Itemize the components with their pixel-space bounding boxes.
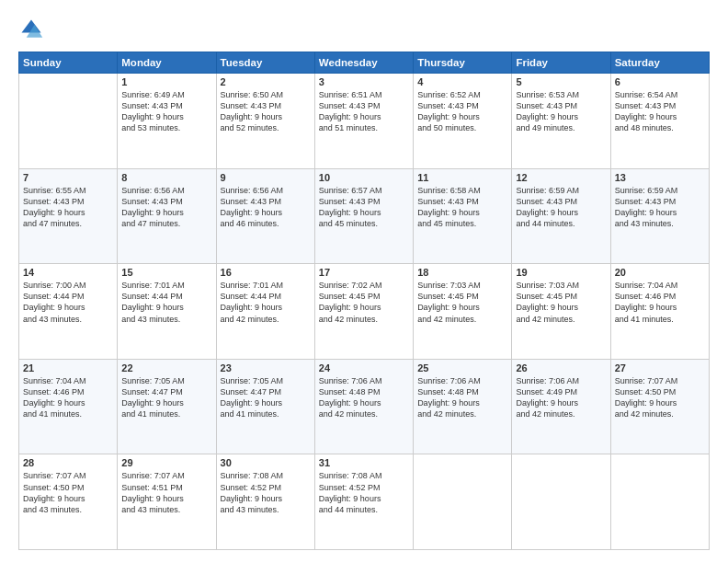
cell-info: Sunrise: 7:04 AM Sunset: 4:46 PM Dayligh… <box>23 375 113 420</box>
day-number: 5 <box>516 76 606 87</box>
calendar-cell: 12Sunrise: 6:59 AM Sunset: 4:43 PM Dayli… <box>512 168 610 264</box>
day-number: 19 <box>516 267 606 278</box>
cell-info: Sunrise: 7:03 AM Sunset: 4:45 PM Dayligh… <box>516 280 606 325</box>
cell-info: Sunrise: 6:58 AM Sunset: 4:43 PM Dayligh… <box>417 185 507 230</box>
cell-info: Sunrise: 6:54 AM Sunset: 4:43 PM Dayligh… <box>615 89 705 134</box>
cell-info: Sunrise: 6:51 AM Sunset: 4:43 PM Dayligh… <box>319 89 409 134</box>
calendar-cell: 26Sunrise: 7:06 AM Sunset: 4:49 PM Dayli… <box>512 359 610 454</box>
day-number: 29 <box>121 457 211 468</box>
calendar-week-1: 1Sunrise: 6:49 AM Sunset: 4:43 PM Daylig… <box>19 74 710 169</box>
calendar-cell: 3Sunrise: 6:51 AM Sunset: 4:43 PM Daylig… <box>314 74 413 169</box>
weekday-header-wednesday: Wednesday <box>314 52 413 74</box>
calendar-cell: 31Sunrise: 7:08 AM Sunset: 4:52 PM Dayli… <box>314 454 413 550</box>
calendar-cell: 6Sunrise: 6:54 AM Sunset: 4:43 PM Daylig… <box>610 74 709 169</box>
logo-icon <box>18 17 44 42</box>
cell-info: Sunrise: 6:59 AM Sunset: 4:43 PM Dayligh… <box>615 185 705 230</box>
day-number: 6 <box>615 76 705 87</box>
day-number: 20 <box>615 267 705 278</box>
calendar-week-3: 14Sunrise: 7:00 AM Sunset: 4:44 PM Dayli… <box>19 264 710 360</box>
day-number: 2 <box>221 76 311 87</box>
day-number: 25 <box>417 362 507 373</box>
cell-info: Sunrise: 6:49 AM Sunset: 4:43 PM Dayligh… <box>121 89 211 134</box>
calendar-cell: 30Sunrise: 7:08 AM Sunset: 4:52 PM Dayli… <box>216 454 314 550</box>
calendar-cell: 23Sunrise: 7:05 AM Sunset: 4:47 PM Dayli… <box>216 359 314 454</box>
calendar-cell: 11Sunrise: 6:58 AM Sunset: 4:43 PM Dayli… <box>414 168 512 264</box>
calendar-cell: 15Sunrise: 7:01 AM Sunset: 4:44 PM Dayli… <box>118 264 216 360</box>
cell-info: Sunrise: 6:55 AM Sunset: 4:43 PM Dayligh… <box>23 185 113 230</box>
cell-info: Sunrise: 6:57 AM Sunset: 4:43 PM Dayligh… <box>319 185 409 230</box>
day-number: 11 <box>417 172 507 183</box>
cell-info: Sunrise: 7:04 AM Sunset: 4:46 PM Dayligh… <box>615 280 705 325</box>
weekday-header-saturday: Saturday <box>610 52 709 74</box>
cell-info: Sunrise: 7:06 AM Sunset: 4:49 PM Dayligh… <box>516 375 606 420</box>
calendar-cell: 17Sunrise: 7:02 AM Sunset: 4:45 PM Dayli… <box>314 264 413 360</box>
cell-info: Sunrise: 7:07 AM Sunset: 4:50 PM Dayligh… <box>615 375 705 420</box>
day-number: 18 <box>417 267 507 278</box>
day-number: 30 <box>221 457 311 468</box>
calendar-cell: 27Sunrise: 7:07 AM Sunset: 4:50 PM Dayli… <box>610 359 709 454</box>
calendar-cell: 1Sunrise: 6:49 AM Sunset: 4:43 PM Daylig… <box>118 74 216 169</box>
day-number: 28 <box>23 457 113 468</box>
cell-info: Sunrise: 7:01 AM Sunset: 4:44 PM Dayligh… <box>221 280 311 325</box>
cell-info: Sunrise: 7:01 AM Sunset: 4:44 PM Dayligh… <box>121 280 211 325</box>
calendar-cell: 28Sunrise: 7:07 AM Sunset: 4:50 PM Dayli… <box>19 454 118 550</box>
cell-info: Sunrise: 6:56 AM Sunset: 4:43 PM Dayligh… <box>121 185 211 230</box>
logo <box>18 17 50 42</box>
calendar-cell: 7Sunrise: 6:55 AM Sunset: 4:43 PM Daylig… <box>19 168 118 264</box>
weekday-header-friday: Friday <box>512 52 610 74</box>
calendar-cell: 9Sunrise: 6:56 AM Sunset: 4:43 PM Daylig… <box>216 168 314 264</box>
calendar-cell: 25Sunrise: 7:06 AM Sunset: 4:48 PM Dayli… <box>414 359 512 454</box>
cell-info: Sunrise: 7:08 AM Sunset: 4:52 PM Dayligh… <box>221 470 311 515</box>
day-number: 1 <box>121 76 211 87</box>
cell-info: Sunrise: 7:05 AM Sunset: 4:47 PM Dayligh… <box>121 375 211 420</box>
cell-info: Sunrise: 7:05 AM Sunset: 4:47 PM Dayligh… <box>221 375 311 420</box>
page: SundayMondayTuesdayWednesdayThursdayFrid… <box>0 0 728 563</box>
calendar-cell: 4Sunrise: 6:52 AM Sunset: 4:43 PM Daylig… <box>414 74 512 169</box>
calendar-cell: 13Sunrise: 6:59 AM Sunset: 4:43 PM Dayli… <box>610 168 709 264</box>
cell-info: Sunrise: 6:59 AM Sunset: 4:43 PM Dayligh… <box>516 185 606 230</box>
calendar-cell: 19Sunrise: 7:03 AM Sunset: 4:45 PM Dayli… <box>512 264 610 360</box>
day-number: 10 <box>319 172 409 183</box>
day-number: 15 <box>121 267 211 278</box>
weekday-header-row: SundayMondayTuesdayWednesdayThursdayFrid… <box>19 52 710 74</box>
cell-info: Sunrise: 6:50 AM Sunset: 4:43 PM Dayligh… <box>221 89 311 134</box>
day-number: 4 <box>417 76 507 87</box>
day-number: 8 <box>121 172 211 183</box>
weekday-header-thursday: Thursday <box>414 52 512 74</box>
day-number: 3 <box>319 76 409 87</box>
cell-info: Sunrise: 6:52 AM Sunset: 4:43 PM Dayligh… <box>417 89 507 134</box>
calendar-cell: 5Sunrise: 6:53 AM Sunset: 4:43 PM Daylig… <box>512 74 610 169</box>
day-number: 27 <box>615 362 705 373</box>
calendar-cell <box>610 454 709 550</box>
day-number: 31 <box>319 457 409 468</box>
day-number: 26 <box>516 362 606 373</box>
cell-info: Sunrise: 7:08 AM Sunset: 4:52 PM Dayligh… <box>319 470 409 515</box>
calendar-cell: 10Sunrise: 6:57 AM Sunset: 4:43 PM Dayli… <box>314 168 413 264</box>
day-number: 17 <box>319 267 409 278</box>
cell-info: Sunrise: 7:02 AM Sunset: 4:45 PM Dayligh… <box>319 280 409 325</box>
calendar-cell <box>19 74 118 169</box>
calendar-cell: 16Sunrise: 7:01 AM Sunset: 4:44 PM Dayli… <box>216 264 314 360</box>
cell-info: Sunrise: 7:07 AM Sunset: 4:51 PM Dayligh… <box>121 470 211 515</box>
cell-info: Sunrise: 6:53 AM Sunset: 4:43 PM Dayligh… <box>516 89 606 134</box>
day-number: 21 <box>23 362 113 373</box>
weekday-header-tuesday: Tuesday <box>216 52 314 74</box>
calendar-cell <box>512 454 610 550</box>
calendar-cell <box>414 454 512 550</box>
calendar-cell: 18Sunrise: 7:03 AM Sunset: 4:45 PM Dayli… <box>414 264 512 360</box>
cell-info: Sunrise: 7:07 AM Sunset: 4:50 PM Dayligh… <box>23 470 113 515</box>
calendar-cell: 2Sunrise: 6:50 AM Sunset: 4:43 PM Daylig… <box>216 74 314 169</box>
day-number: 13 <box>615 172 705 183</box>
calendar-week-2: 7Sunrise: 6:55 AM Sunset: 4:43 PM Daylig… <box>19 168 710 264</box>
calendar-table: SundayMondayTuesdayWednesdayThursdayFrid… <box>18 52 710 550</box>
day-number: 23 <box>221 362 311 373</box>
calendar-cell: 20Sunrise: 7:04 AM Sunset: 4:46 PM Dayli… <box>610 264 709 360</box>
calendar-week-5: 28Sunrise: 7:07 AM Sunset: 4:50 PM Dayli… <box>19 454 710 550</box>
day-number: 7 <box>23 172 113 183</box>
day-number: 9 <box>221 172 311 183</box>
weekday-header-monday: Monday <box>118 52 216 74</box>
cell-info: Sunrise: 6:56 AM Sunset: 4:43 PM Dayligh… <box>221 185 311 230</box>
cell-info: Sunrise: 7:00 AM Sunset: 4:44 PM Dayligh… <box>23 280 113 325</box>
day-number: 14 <box>23 267 113 278</box>
cell-info: Sunrise: 7:06 AM Sunset: 4:48 PM Dayligh… <box>319 375 409 420</box>
